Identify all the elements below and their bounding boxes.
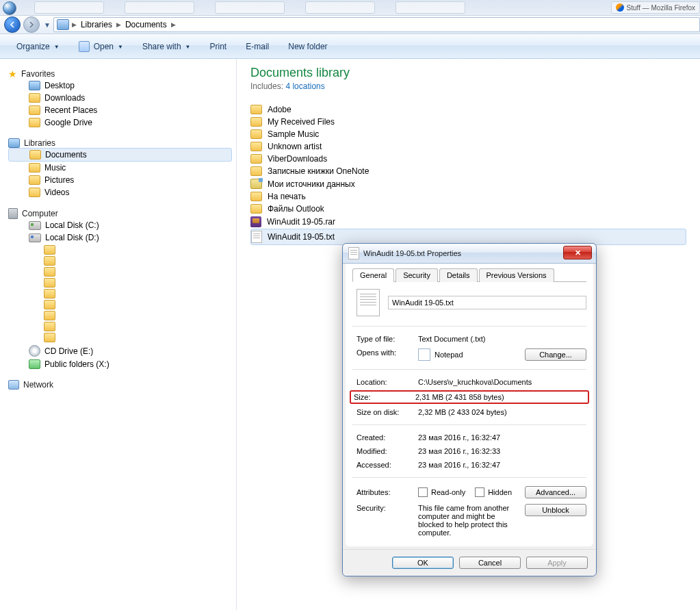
list-item[interactable]: Файлы Outlook xyxy=(250,203,686,215)
nav-desktop[interactable]: Desktop xyxy=(8,79,236,92)
ok-button[interactable]: OK xyxy=(392,557,454,569)
nav-gdrive[interactable]: Google Drive xyxy=(8,116,236,129)
breadcrumb-sep[interactable]: ▶ xyxy=(72,21,77,28)
firefox-icon xyxy=(616,3,624,12)
folder-icon[interactable] xyxy=(44,256,55,266)
folder-icon[interactable] xyxy=(44,278,55,288)
dialog-title: WinAudit 19-05.txt Properties xyxy=(363,249,461,257)
tab-security[interactable]: Security xyxy=(396,268,438,282)
list-item[interactable]: На печать xyxy=(250,190,686,203)
nav-local-c[interactable]: Local Disk (C:) xyxy=(8,219,236,231)
taskbar-item[interactable] xyxy=(215,1,285,14)
breadcrumb-libraries[interactable]: Libraries xyxy=(77,20,116,29)
hidden-checkbox[interactable] xyxy=(475,487,484,497)
folder-icon[interactable] xyxy=(44,245,55,255)
taskbar-item[interactable] xyxy=(305,1,375,14)
computer-icon xyxy=(8,208,18,219)
folder-icon xyxy=(250,105,262,114)
nav-local-d-label: Local Disk (D:) xyxy=(45,233,99,242)
taskbar-item[interactable] xyxy=(396,1,465,14)
nav-network-header[interactable]: Network xyxy=(8,380,236,390)
email-button[interactable]: E-mail xyxy=(236,35,278,58)
nav-pictures[interactable]: Pictures xyxy=(8,174,236,186)
text-file-icon xyxy=(348,247,359,259)
nav-local-d[interactable]: Local Disk (D:) xyxy=(8,231,236,244)
nav-recent[interactable]: Recent Places xyxy=(8,104,236,116)
start-orb-icon[interactable] xyxy=(3,1,16,15)
nav-computer-header[interactable]: Computer xyxy=(8,208,236,219)
nav-documents[interactable]: Documents xyxy=(8,148,232,162)
nav-public-folders[interactable]: Public folders (X:) xyxy=(8,358,236,370)
rar-icon xyxy=(250,216,261,227)
nav-back-button[interactable] xyxy=(4,16,21,33)
folder-icon[interactable] xyxy=(44,322,55,331)
newfolder-label: New folder xyxy=(288,42,327,51)
list-item[interactable]: Adobe xyxy=(250,103,686,116)
folder-icon xyxy=(250,166,262,176)
tab-details[interactable]: Details xyxy=(439,268,478,282)
type-key: Type of file: xyxy=(357,335,418,343)
nav-favorites-header[interactable]: ★Favorites xyxy=(8,68,236,79)
breadcrumb-sep[interactable]: ▶ xyxy=(171,21,176,28)
nav-videos[interactable]: Videos xyxy=(8,186,236,199)
breadcrumb-documents[interactable]: Documents xyxy=(121,20,171,29)
accessed-value: 23 мая 2016 г., 16:32:47 xyxy=(418,461,586,469)
data-source-icon xyxy=(250,179,262,189)
nav-forward-button[interactable] xyxy=(23,16,40,33)
nav-music[interactable]: Music xyxy=(8,162,236,174)
close-button[interactable]: ✕ xyxy=(563,246,592,259)
nav-downloads[interactable]: Downloads xyxy=(8,92,236,104)
locations-link[interactable]: 4 locations xyxy=(285,81,324,91)
list-item[interactable]: Sample Music xyxy=(250,128,686,140)
filename-input[interactable] xyxy=(388,296,586,309)
taskbar-item[interactable] xyxy=(34,1,104,14)
print-button[interactable]: Print xyxy=(200,35,237,58)
breadcrumb[interactable]: ▶ Libraries ▶ Documents ▶ xyxy=(53,17,700,32)
nav-music-label: Music xyxy=(44,163,66,173)
organize-button[interactable]: Organize▼ xyxy=(7,35,69,58)
folder-icon xyxy=(29,150,41,160)
apply-button[interactable]: Apply xyxy=(526,557,588,569)
taskbar-item[interactable] xyxy=(125,1,194,14)
hidden-label: Hidden xyxy=(488,488,512,496)
change-button[interactable]: Change... xyxy=(525,348,586,361)
folder-icon[interactable] xyxy=(44,289,55,298)
nav-libraries-header[interactable]: Libraries xyxy=(8,138,236,148)
folder-icon[interactable] xyxy=(44,267,55,277)
folder-icon[interactable] xyxy=(44,300,55,309)
folder-icon xyxy=(250,129,262,139)
file-name: WinAudit 19-05.txt xyxy=(268,232,335,242)
breadcrumb-sep[interactable]: ▶ xyxy=(116,21,121,28)
file-name: Файлы Outlook xyxy=(268,204,324,214)
unblock-button[interactable]: Unblock xyxy=(525,504,586,516)
dialog-titlebar[interactable]: WinAudit 19-05.txt Properties ✕ xyxy=(343,244,596,264)
tab-previous-versions[interactable]: Previous Versions xyxy=(479,268,554,282)
open-button[interactable]: Open▼ xyxy=(69,35,133,58)
nav-cd-drive[interactable]: CD Drive (E:) xyxy=(8,344,236,358)
newfolder-button[interactable]: New folder xyxy=(278,35,337,58)
nav-downloads-label: Downloads xyxy=(44,93,85,103)
nav-gdrive-label: Google Drive xyxy=(44,118,92,127)
advanced-button[interactable]: Advanced... xyxy=(525,486,586,498)
open-label: Open xyxy=(94,42,114,51)
list-item[interactable]: ViberDownloads xyxy=(250,153,686,165)
notepad-icon xyxy=(418,348,430,361)
file-name: Записные книжки OneNote xyxy=(268,166,369,176)
readonly-checkbox[interactable] xyxy=(418,487,428,497)
nav-local-c-label: Local Disk (C:) xyxy=(45,220,99,230)
network-drive-icon xyxy=(29,359,40,369)
folder-icon[interactable] xyxy=(44,333,55,342)
tab-general[interactable]: General xyxy=(352,268,394,282)
nav-history-dropdown[interactable]: ▼ xyxy=(42,21,51,29)
cancel-button[interactable]: Cancel xyxy=(459,557,521,569)
list-item[interactable]: Unknown artist xyxy=(250,140,686,153)
list-item[interactable]: WinAudit 19-05.rar xyxy=(250,215,686,229)
share-button[interactable]: Share with▼ xyxy=(133,35,200,58)
list-item[interactable]: Записные книжки OneNote xyxy=(250,165,686,177)
sod-value: 2,32 MB (2 433 024 bytes) xyxy=(418,408,586,416)
taskbar-item-firefox[interactable]: Stuff — Mozilla Firefox xyxy=(611,1,700,14)
folder-icon[interactable] xyxy=(44,311,55,320)
list-item[interactable]: Мои источники данных xyxy=(250,177,686,190)
security-key: Security: xyxy=(357,504,418,512)
list-item[interactable]: My Received Files xyxy=(250,116,686,128)
